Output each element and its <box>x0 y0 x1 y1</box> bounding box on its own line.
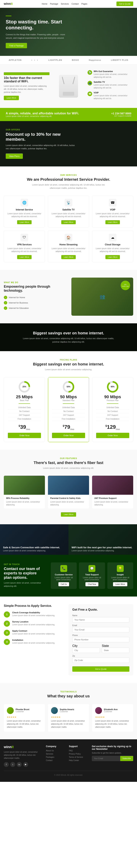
chat-icon: 💬 <box>89 565 95 572</box>
step-desc: Lorem ipsum dolor sit amet consectetur a… <box>12 632 55 635</box>
instagram-icon[interactable]: in <box>17 762 22 767</box>
newsletter-input[interactable] <box>92 756 120 761</box>
name-input[interactable] <box>72 617 129 622</box>
contact-learn-button[interactable]: Learn More <box>113 582 127 586</box>
service-learn-button[interactable]: Learn More <box>17 255 31 259</box>
service-card-vpn: 🛡 VPN Services Lorem ipsum dolor sit ame… <box>4 230 45 262</box>
fiber-badge: OUR FEATURES <box>4 457 133 460</box>
footer-copyright: © 2024 Winnit. All rights reserved. <box>4 771 133 776</box>
city-label: City <box>72 644 78 647</box>
footer-link[interactable]: FAQ <box>69 750 88 752</box>
service-learn-button[interactable]: Learn More <box>105 220 120 224</box>
footer-link[interactable]: Contact <box>46 760 65 762</box>
step-desc: Lorem ipsum dolor sit amet consectetur a… <box>12 614 55 617</box>
dark-banner: Biggest savings ever on home internet. L… <box>0 323 137 351</box>
facebook-icon[interactable]: f <box>4 762 9 767</box>
split-right-title: WiFi built for the next gen for your sat… <box>72 546 134 549</box>
phone-label: Phone <box>72 634 129 637</box>
features-headline: 10x faster than the current standard of … <box>4 76 49 83</box>
empower-section: WHAT WE DO Empowering people through tec… <box>0 270 137 323</box>
footer-link[interactable]: Privacy Policy <box>69 753 88 755</box>
cloud-icon: ☁ <box>109 234 116 241</box>
footer-link[interactable]: Services <box>46 753 65 755</box>
contact-call-button[interactable]: Call Us <box>59 582 69 586</box>
step-title: Installation <box>12 639 55 641</box>
plan-name: Premium Plan <box>96 399 129 402</box>
process-step-3: 3 Apply Contract Lorem ipsum dolor sit a… <box>4 630 65 636</box>
feature-desc: Lorem ipsum dolor sit amet, consectetur … <box>94 73 133 79</box>
city-input[interactable] <box>72 648 100 653</box>
youtube-icon[interactable]: ▶ <box>23 762 28 767</box>
zip-input[interactable] <box>72 657 129 663</box>
quote-headline: Get Free a Quote. <box>72 608 129 611</box>
step-number: 4 <box>4 639 10 645</box>
service-learn-button[interactable]: Learn More <box>17 220 31 224</box>
logo-item: BOGO <box>72 59 79 61</box>
fiber-learn-button[interactable]: Learn More <box>61 512 76 517</box>
footer-social: f t in ▶ <box>4 762 42 767</box>
fiber-title: 24/7 Premium Support <box>94 497 131 499</box>
pricing-divider <box>107 403 118 404</box>
email-input[interactable] <box>72 627 129 632</box>
footer-link[interactable]: Help Center <box>69 760 88 762</box>
process-step-4: 4 Installation Lorem ipsum dolor sit ame… <box>4 639 65 645</box>
plan-order-button[interactable]: Order Now <box>52 433 85 438</box>
service-title: VPN Services <box>7 243 42 246</box>
nav-package[interactable]: Package <box>50 3 58 5</box>
service-title: Satellite TV <box>51 208 86 211</box>
contact-desc: Lorem ipsum dolor sit amet consectetur. <box>54 577 74 581</box>
twitter-icon[interactable]: t <box>10 762 15 767</box>
nav-pages[interactable]: Pages <box>81 3 87 5</box>
star-rating: ★★★★★ <box>7 716 42 718</box>
reviewer-role: Customer <box>104 711 117 713</box>
hero-cta-button[interactable]: Find a Package <box>6 43 27 48</box>
newsletter-subscribe-button[interactable]: Subscribe <box>120 756 133 761</box>
quote-submit-button[interactable]: Get a Quote <box>72 666 129 672</box>
avatar <box>7 707 14 714</box>
discount-headline: Discount up to 30% for new members. <box>6 132 75 142</box>
logo-item: LIBERTY PLUS <box>111 59 128 61</box>
feature-desc: Lorem ipsum dolor sit amet, consectetur … <box>94 94 133 100</box>
service-card-cloud: ☁ Cloud Storage Lorem ipsum dolor sit am… <box>92 230 133 262</box>
fiber-description: Lorem ipsum dolor sit amet, consectetur … <box>30 466 107 470</box>
feature-icon: ☎ <box>88 92 92 96</box>
fiber-section: OUR FEATURES There's fast, and then ther… <box>0 450 137 524</box>
state-input[interactable] <box>102 648 129 653</box>
feature-desc: Lorem ipsum dolor sit amet, consectetur … <box>94 84 133 89</box>
voip-icon: ☎ <box>109 199 116 207</box>
contact-card-insight: 💡 Insight Lorem ipsum dolor sit amet con… <box>107 562 133 589</box>
split-right-desc: Lorem ipsum dolor sit amet consectetur a… <box>72 550 134 552</box>
discount-description: Lorem ipsum dolor sit amet, consectetur … <box>6 144 75 150</box>
service-desc: Lorem ipsum dolor sit amet, consectetur … <box>95 247 130 253</box>
hero-section: Stop wasting time. Start connecting. Con… <box>0 8 137 56</box>
testimonial-text: Lorem ipsum dolor sit amet, consectetur … <box>51 719 86 728</box>
discount-cta-button[interactable]: View Plans <box>6 153 23 159</box>
nav-services[interactable]: Services <box>61 3 69 5</box>
service-learn-button[interactable]: Learn More <box>61 220 75 224</box>
streaming-icon: 🏠 <box>65 234 72 241</box>
company-title: Company <box>46 745 65 748</box>
plan-order-button[interactable]: Order Now <box>96 433 129 438</box>
avatar <box>51 707 58 714</box>
contact-chat-button[interactable]: Chat Now <box>85 582 98 586</box>
nav-cta-button[interactable]: Get a Quote <box>116 2 133 6</box>
plan-order-button[interactable]: Order Now <box>8 433 41 438</box>
service-learn-button[interactable]: Learn More <box>61 255 75 259</box>
pricing-section: PRICING PLANS Biggest savings ever on ho… <box>0 351 137 450</box>
footer-link[interactable]: Packages <box>46 756 65 758</box>
nav-home[interactable]: Home <box>42 3 47 5</box>
plan-speed: 90 Mbps <box>96 395 129 399</box>
plan-speed: 50 Mbps <box>52 395 85 399</box>
service-learn-button[interactable]: Learn More <box>105 255 120 259</box>
feature-title: Satellite TV <box>94 81 133 83</box>
footer-link[interactable]: About Us <box>46 750 65 752</box>
step-title: Check Coverage Availability <box>12 611 55 614</box>
footer-link[interactable]: Terms of Service <box>69 756 88 758</box>
pricing-divider <box>63 403 74 404</box>
phone-input[interactable] <box>72 637 129 642</box>
nav-contact[interactable]: Contact <box>72 3 79 5</box>
reviewer-role: Customer <box>15 711 29 713</box>
features-cta-button[interactable]: Learn More <box>4 96 19 100</box>
dark-banner-desc: Lorem ipsum dolor sit amet, consectetur … <box>23 337 114 344</box>
service-title: Home Streaming <box>51 243 86 246</box>
